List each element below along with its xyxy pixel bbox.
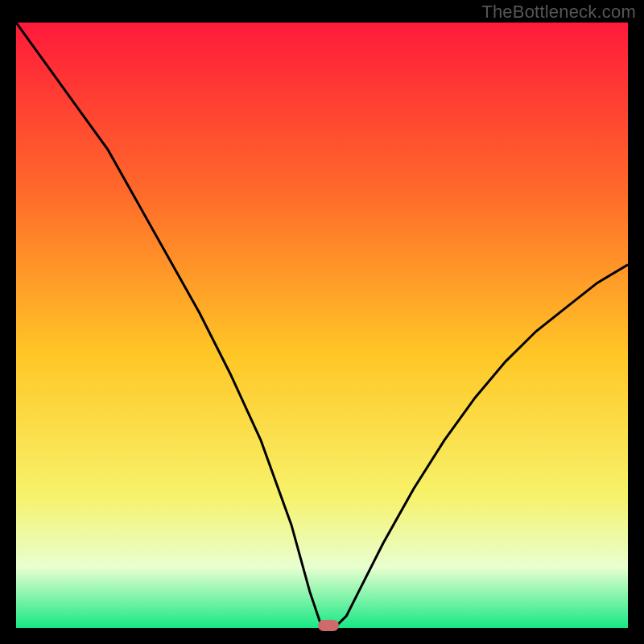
plot-area	[16, 23, 628, 628]
watermark-text: TheBottleneck.com	[481, 2, 636, 23]
chart-svg	[16, 23, 628, 628]
gradient-background	[16, 23, 628, 628]
chart-frame: TheBottleneck.com	[0, 0, 644, 644]
optimum-marker-icon	[318, 620, 339, 631]
